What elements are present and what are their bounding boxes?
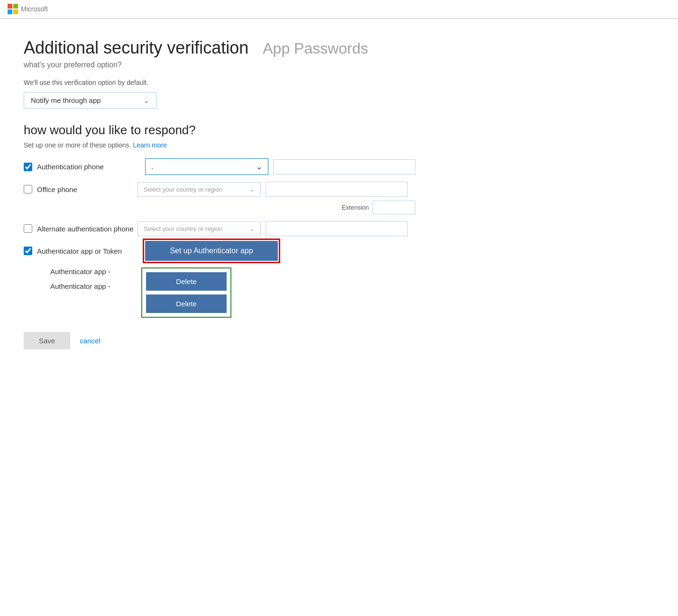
auth-phone-label: Authentication phone [37, 163, 104, 171]
page-title-secondary: App Passwords [263, 40, 368, 57]
extension-row: Extension [24, 201, 522, 214]
office-phone-input[interactable] [266, 182, 408, 197]
alt-phone-input[interactable] [266, 221, 408, 236]
top-bar: Microsoft [0, 0, 678, 18]
auth-phone-country-dropdown[interactable]: . ⌄ [145, 158, 268, 175]
logo-blue [8, 9, 12, 14]
page-title: Additional security verification [24, 38, 248, 58]
auth-phone-checkbox-cell: Authentication phone [24, 163, 137, 171]
authenticator-checkbox-cell: Authenticator app or Token [24, 247, 137, 255]
microsoft-logo: Microsoft [8, 4, 48, 14]
authenticator-app-2-label: Authenticator app - [37, 282, 141, 290]
chevron-down-icon: ⌄ [249, 225, 255, 232]
alt-phone-fields: Select your country or region ⌄ [137, 221, 522, 236]
page-title-row: Additional security verification App Pas… [24, 38, 522, 58]
cancel-link[interactable]: cancel [80, 337, 100, 345]
learn-more-link[interactable]: Learn more [133, 141, 167, 149]
extension-input[interactable] [373, 201, 415, 214]
chevron-down-icon: ⌄ [144, 97, 149, 104]
office-phone-label: Office phone [37, 185, 77, 193]
logo-text: Microsoft [21, 5, 48, 13]
bottom-actions: Save cancel [24, 332, 522, 349]
preferred-option-dropdown[interactable]: Notify me through app ⌄ [24, 92, 156, 109]
logo-yellow [13, 9, 18, 14]
auth-phone-row: Authentication phone . ⌄ [24, 158, 522, 175]
alt-phone-country-dropdown[interactable]: Select your country or region ⌄ [137, 221, 261, 236]
section-desc: We'll use this verification option by de… [24, 79, 522, 86]
office-phone-row: Office phone Select your country or regi… [24, 182, 522, 197]
logo-grid [8, 4, 18, 14]
preferred-option-value: Notify me through app [31, 96, 101, 104]
logo-red [8, 4, 12, 9]
chevron-down-icon: ⌄ [256, 162, 262, 171]
alt-phone-label: Alternate authentication phone [37, 225, 134, 233]
alt-country-placeholder: Select your country or region [144, 225, 222, 232]
auth-phone-checkbox[interactable] [24, 163, 32, 171]
setup-instruction: Set up one or more of these options. Lea… [24, 141, 522, 149]
delete-button-2[interactable]: Delete [146, 294, 227, 313]
respond-heading: how would you like to respond? [24, 123, 522, 138]
auth-phone-dot: . [151, 163, 153, 171]
authenticator-app-row: Authenticator app or Token Set up Authen… [24, 241, 522, 261]
office-phone-country-dropdown[interactable]: Select your country or region ⌄ [137, 182, 261, 197]
office-phone-checkbox-cell: Office phone [24, 185, 137, 193]
main-content: Additional security verification App Pas… [0, 19, 545, 368]
save-button[interactable]: Save [24, 332, 70, 349]
office-phone-checkbox[interactable] [24, 185, 32, 193]
page-subtitle: what's your preferred option? [24, 61, 522, 69]
alt-phone-checkbox-cell: Alternate authentication phone [24, 224, 137, 233]
office-phone-fields: Select your country or region ⌄ [137, 182, 522, 197]
logo-green [13, 4, 18, 9]
auth-phone-input[interactable] [273, 159, 415, 175]
office-country-placeholder: Select your country or region [144, 186, 222, 193]
alt-phone-row: Alternate authentication phone Select yo… [24, 221, 522, 236]
alt-phone-checkbox[interactable] [24, 224, 32, 233]
authenticator-section: Authenticator app or Token Set up Authen… [24, 241, 522, 318]
authenticator-label: Authenticator app or Token [37, 247, 122, 255]
authenticator-app-1-label: Authenticator app - [37, 267, 141, 276]
delete-green-box: DeleteDelete [141, 267, 231, 318]
setup-authenticator-button[interactable]: Set up Authenticator app [145, 241, 278, 261]
auth-phone-fields: . ⌄ [145, 158, 522, 175]
authenticator-checkbox[interactable] [24, 247, 32, 255]
chevron-down-icon: ⌄ [249, 186, 255, 193]
extension-label: Extension [342, 204, 369, 211]
delete-button-1[interactable]: Delete [146, 272, 227, 291]
